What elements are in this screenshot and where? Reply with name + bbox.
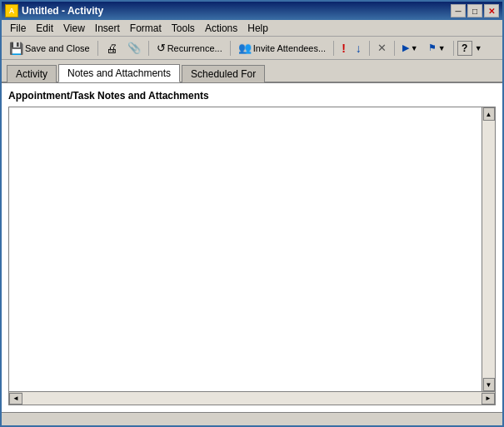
scroll-track-horizontal[interactable] xyxy=(22,392,482,405)
scroll-right-button[interactable]: ► xyxy=(482,393,495,405)
scrollbar-horizontal[interactable]: ◄ ► xyxy=(8,392,496,405)
save-and-close-label: Save and Close xyxy=(25,43,90,53)
menu-help[interactable]: Help xyxy=(242,22,273,35)
content-area: Appointment/Task Notes and Attachments ▲… xyxy=(2,83,502,412)
menu-bar: File Edit View Insert Format Tools Actio… xyxy=(2,20,502,37)
dropdown-arrow-2: ▼ xyxy=(438,44,446,52)
flag-icon: ⚑ xyxy=(428,42,437,53)
arrow-down-icon: ↓ xyxy=(356,42,362,55)
separator-4 xyxy=(333,41,334,56)
minimize-button[interactable]: ─ xyxy=(451,4,466,17)
tab-notes-and-attachments[interactable]: Notes and Attachments xyxy=(58,64,180,82)
attach-button[interactable]: 📎 xyxy=(123,39,145,57)
recurrence-icon: ↺ xyxy=(157,42,166,54)
close-button[interactable]: ✕ xyxy=(484,4,499,17)
scroll-left-button[interactable]: ◄ xyxy=(9,393,22,405)
delete-button[interactable]: ✕ xyxy=(373,39,391,57)
scroll-down-button[interactable]: ▼ xyxy=(483,378,495,391)
tab-activity[interactable]: Activity xyxy=(7,65,57,82)
menu-format[interactable]: Format xyxy=(125,22,167,35)
menu-file[interactable]: File xyxy=(5,22,31,35)
dropdown-arrow-1: ▼ xyxy=(411,44,418,52)
dropdown-arrow-help: ▼ xyxy=(475,44,482,52)
exclamation-icon: ! xyxy=(342,42,346,55)
section-title: Appointment/Task Notes and Attachments xyxy=(8,90,496,102)
invite-attendees-label: Invite Attendees... xyxy=(253,43,326,53)
separator-7 xyxy=(453,41,454,56)
recurrence-button[interactable]: ↺ Recurrence... xyxy=(152,39,227,57)
separator-1 xyxy=(97,41,98,56)
app-icon: A xyxy=(5,4,18,17)
title-bar-left: A Untitled - Activity xyxy=(5,4,103,17)
help-button[interactable]: ? xyxy=(457,41,472,56)
save-and-close-button[interactable]: 💾 Save and Close xyxy=(5,39,94,57)
importance-low-button[interactable]: ↓ xyxy=(352,39,366,57)
title-bar: A Untitled - Activity ─ □ ✕ xyxy=(2,2,502,20)
importance-high-button[interactable]: ! xyxy=(337,39,350,57)
tab-bar: Activity Notes and Attachments Scheduled… xyxy=(2,60,502,83)
categorize-button[interactable]: ▶ ▼ xyxy=(398,39,422,57)
save-icon: 💾 xyxy=(9,42,23,55)
invite-attendees-button[interactable]: 👥 Invite Attendees... xyxy=(234,39,330,57)
follow-up-button[interactable]: ⚑ ▼ xyxy=(424,39,450,57)
print-button[interactable]: 🖨 xyxy=(102,39,122,57)
toolbar: 💾 Save and Close 🖨 📎 ↺ Recurrence... 👥 I… xyxy=(2,37,502,60)
window-title: Untitled - Activity xyxy=(22,5,103,17)
categorize-icon: ▶ xyxy=(402,42,409,53)
recurrence-label: Recurrence... xyxy=(167,43,222,53)
menu-tools[interactable]: Tools xyxy=(167,22,200,35)
separator-2 xyxy=(148,41,149,56)
main-window: A Untitled - Activity ─ □ ✕ File Edit Vi… xyxy=(0,0,504,427)
scroll-up-button[interactable]: ▲ xyxy=(483,107,495,121)
separator-3 xyxy=(230,41,231,56)
tab-scheduled-for[interactable]: Scheduled For xyxy=(182,65,265,82)
separator-5 xyxy=(369,41,370,56)
scroll-track-vertical[interactable] xyxy=(482,121,495,378)
notes-text-area[interactable] xyxy=(9,107,482,391)
maximize-button[interactable]: □ xyxy=(467,4,482,17)
title-bar-buttons: ─ □ ✕ xyxy=(451,4,499,17)
menu-view[interactable]: View xyxy=(58,22,90,35)
scrollbar-vertical[interactable]: ▲ ▼ xyxy=(482,107,495,391)
invite-icon: 👥 xyxy=(238,42,252,54)
menu-insert[interactable]: Insert xyxy=(90,22,125,35)
separator-6 xyxy=(394,41,395,56)
status-bar xyxy=(2,412,502,425)
print-icon: 🖨 xyxy=(106,42,117,55)
menu-actions[interactable]: Actions xyxy=(200,22,242,35)
menu-edit[interactable]: Edit xyxy=(31,22,58,35)
x-icon: ✕ xyxy=(377,42,387,54)
attach-icon: 📎 xyxy=(127,42,141,54)
